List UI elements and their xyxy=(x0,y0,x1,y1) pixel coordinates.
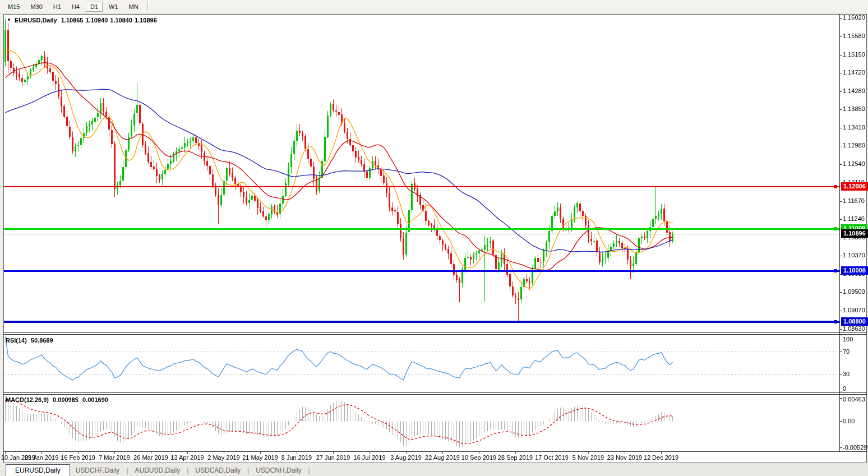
timeframe-button-h1[interactable]: H1 xyxy=(49,2,66,12)
chart-symbol-label: EURUSD,Daily xyxy=(15,17,57,24)
chart-tab-usdcnh[interactable]: USDCNH,Daily xyxy=(250,464,307,476)
macd-axis-label: 0.00463 xyxy=(843,396,865,403)
timeframe-button-h4[interactable]: H4 xyxy=(67,2,84,12)
date-axis-label: 2 May 2019 xyxy=(207,454,239,461)
rsi-value: 50.8689 xyxy=(31,337,53,344)
price-axis-label: 1.16020 xyxy=(843,14,865,21)
timeframe-button-mn[interactable]: MN xyxy=(124,2,143,12)
chart-tab-eurusd[interactable]: EURUSD,Daily xyxy=(6,464,70,476)
date-axis-label: 16 Jul 2019 xyxy=(354,454,386,461)
chart-collapse-icon[interactable]: ▼ xyxy=(7,17,11,22)
macd-axis-label: -0.005299 xyxy=(843,444,868,451)
tab-separator: | xyxy=(186,464,190,476)
chart-title: ▼EURUSD,Daily1.108651.109401.108401.1089… xyxy=(7,17,157,24)
date-axis-label: 27 Jun 2019 xyxy=(316,454,350,461)
timeframe-button-group: M15M30H1H4D1W1MN xyxy=(3,2,145,12)
price-axis-label: 1.14280 xyxy=(843,87,865,95)
price-axis-label: 1.13850 xyxy=(843,105,865,113)
rsi-axis-label: 100 xyxy=(843,336,853,343)
quote-high: 1.10940 xyxy=(85,17,108,24)
price-axis-label: 1.14720 xyxy=(843,69,865,76)
price-line-badge: 1.12006 xyxy=(841,182,868,191)
timeframe-button-w1[interactable]: W1 xyxy=(104,2,123,12)
price-line-badge: 1.10896 xyxy=(841,229,868,238)
date-axis-label: 26 Mar 2019 xyxy=(133,454,168,461)
date-axis-label: 29 Jan 2019 xyxy=(25,454,59,461)
tab-separator: | xyxy=(307,464,311,476)
date-axis-label: 28 Sep 2019 xyxy=(498,454,533,461)
date-axis-label: 22 Aug 2019 xyxy=(425,454,460,461)
chart-tab-usdcad[interactable]: USDCAD,Daily xyxy=(190,464,246,476)
chart-tab-bar: EURUSD,DailyUSDCHF,Daily|AUDUSD,Daily|US… xyxy=(0,464,868,476)
date-axis-label: 21 May 2019 xyxy=(242,454,278,461)
date-axis-label: 10 Sep 2019 xyxy=(461,454,496,461)
macd-main-value: 0.000985 xyxy=(53,396,79,403)
macd-signal-value: 0.001690 xyxy=(82,396,108,403)
date-axis-label: 7 Mar 2019 xyxy=(99,454,130,461)
quote-low: 1.10840 xyxy=(110,17,132,24)
macd-indicator-label: MACD(12,26,9) 0.000985 0.001690 xyxy=(6,396,108,403)
price-chart-canvas[interactable] xyxy=(0,0,868,476)
price-axis-label: 1.11670 xyxy=(843,197,865,205)
price-axis-label: 1.10370 xyxy=(843,252,865,259)
date-axis-label: 16 Feb 2019 xyxy=(61,454,95,461)
timeframe-toolbar: M15M30H1H4D1W1MN xyxy=(0,0,868,13)
toolbar-separator xyxy=(147,2,149,11)
rsi-indicator-label: RSI(14) 50.8689 xyxy=(6,337,53,344)
macd-name: MACD(12,26,9) xyxy=(6,396,49,403)
tab-separator: | xyxy=(125,464,129,476)
price-axis-label: 1.08630 xyxy=(843,325,865,332)
date-axis-label: 17 Oct 2019 xyxy=(535,454,569,461)
application-window: M15M30H1H4D1W1MN ▼EURUSD,Daily1.108651.1… xyxy=(0,0,868,476)
price-axis-label: 1.15150 xyxy=(843,51,865,58)
chart-tab-usdchf[interactable]: USDCHF,Daily xyxy=(70,464,126,476)
rsi-axis-label: 70 xyxy=(843,348,849,355)
price-axis-label: 1.12540 xyxy=(843,160,865,168)
price-axis-label: 1.12980 xyxy=(843,142,865,149)
timeframe-button-d1[interactable]: D1 xyxy=(86,2,103,12)
price-axis-label: 1.09070 xyxy=(843,307,865,314)
timeframe-button-m15[interactable]: M15 xyxy=(3,2,24,12)
rsi-name: RSI(14) xyxy=(6,337,27,344)
quote-open: 1.10865 xyxy=(61,17,84,24)
chart-tab-audusd[interactable]: AUDUSD,Daily xyxy=(130,464,186,476)
date-axis-label: 12 Dec 2019 xyxy=(644,454,678,461)
date-axis-label: 23 Nov 2019 xyxy=(607,454,642,461)
quote-close: 1.10896 xyxy=(135,17,157,24)
tab-separator: | xyxy=(246,464,250,476)
date-axis-label: 8 Jun 2019 xyxy=(281,454,312,461)
price-axis-label: 1.13410 xyxy=(843,124,865,131)
date-axis-label: 13 Apr 2019 xyxy=(170,454,204,461)
price-line-badge: 1.10008 xyxy=(841,266,868,275)
price-axis-label: 1.15580 xyxy=(843,33,865,40)
timeframe-button-m30[interactable]: M30 xyxy=(26,2,47,12)
price-line-badge: 1.08800 xyxy=(841,317,868,326)
date-axis-label: 5 Nov 2019 xyxy=(572,454,604,461)
price-axis-label: 1.09500 xyxy=(843,288,865,295)
price-axis-label: 1.11240 xyxy=(843,215,865,223)
rsi-axis-label: 30 xyxy=(843,371,849,378)
rsi-axis-label: 0 xyxy=(843,385,846,392)
date-axis-label: 3 Aug 2019 xyxy=(390,454,422,461)
macd-axis-label: 0.00 xyxy=(843,418,855,425)
